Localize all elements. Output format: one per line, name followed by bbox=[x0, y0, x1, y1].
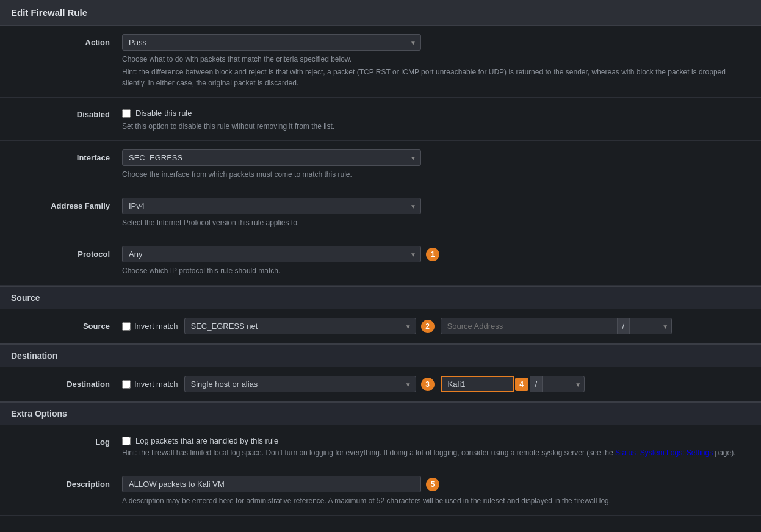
source-section-header: Source bbox=[0, 286, 761, 309]
disabled-help: Set this option to disable this rule wit… bbox=[122, 121, 749, 132]
protocol-row: Protocol Any TCP UDP TCP/UDP ICMP 1 Cho bbox=[0, 237, 761, 286]
interface-label: Interface bbox=[0, 149, 122, 162]
extra-options-section-header: Extra Options bbox=[0, 401, 761, 425]
address-family-select-wrapper: IPv4 IPv6 IPv4+IPv6 bbox=[122, 198, 421, 214]
source-badge: 2 bbox=[421, 320, 435, 333]
protocol-control: Any TCP UDP TCP/UDP ICMP 1 Choose which … bbox=[122, 246, 761, 276]
source-label: Source bbox=[0, 318, 122, 331]
address-family-label: Address Family bbox=[0, 198, 122, 210]
protocol-select[interactable]: Any TCP UDP TCP/UDP ICMP bbox=[122, 246, 421, 262]
destination-address-group: 4 / 8 16 24 32 bbox=[441, 376, 585, 392]
address-family-select[interactable]: IPv4 IPv6 IPv4+IPv6 bbox=[122, 198, 421, 214]
destination-slash: / bbox=[530, 376, 543, 392]
page-title: Edit Firewall Rule bbox=[0, 0, 761, 26]
source-control: Invert match SEC_EGRESS net any Single h… bbox=[122, 318, 761, 334]
address-family-row: Address Family IPv4 IPv6 IPv4+IPv6 Selec… bbox=[0, 189, 761, 237]
destination-input-row: Invert match Single host or alias any Ne… bbox=[122, 376, 749, 392]
description-badge: 5 bbox=[426, 478, 439, 491]
source-address-input[interactable] bbox=[441, 318, 618, 334]
protocol-select-wrapper: Any TCP UDP TCP/UDP ICMP bbox=[122, 246, 421, 262]
destination-invert-group: Invert match bbox=[122, 379, 178, 389]
log-control: Log packets that are handled by this rul… bbox=[122, 434, 761, 458]
destination-type-select-wrapper: Single host or alias any Network SEC_EGR… bbox=[184, 376, 416, 392]
source-input-row: Invert match SEC_EGRESS net any Single h… bbox=[122, 318, 749, 334]
description-input[interactable] bbox=[122, 476, 421, 492]
log-hint-text: Hint: the firewall has limited local log… bbox=[122, 448, 613, 457]
address-family-control: IPv4 IPv6 IPv4+IPv6 Select the Internet … bbox=[122, 198, 761, 228]
interface-control: SEC_EGRESS WAN LAN Choose the interface … bbox=[122, 149, 761, 180]
destination-control: Invert match Single host or alias any Ne… bbox=[122, 376, 761, 392]
destination-section-header: Destination bbox=[0, 343, 761, 367]
destination-type-select[interactable]: Single host or alias any Network SEC_EGR… bbox=[184, 376, 416, 392]
action-control: Pass Block Reject Choose what to do with… bbox=[122, 34, 761, 88]
destination-invert-checkbox[interactable] bbox=[122, 380, 131, 389]
source-address-group: / 8 16 24 32 bbox=[441, 318, 673, 334]
log-checkbox[interactable] bbox=[122, 437, 131, 445]
action-help2: Hint: the difference between block and r… bbox=[122, 66, 749, 88]
source-invert-group: Invert match bbox=[122, 322, 178, 331]
log-checkbox-label: Log packets that are handled by this rul… bbox=[135, 436, 278, 445]
destination-address-input[interactable] bbox=[441, 376, 514, 392]
address-family-help: Select the Internet Protocol version thi… bbox=[122, 217, 749, 228]
disabled-checkbox-label: Disable this rule bbox=[135, 109, 192, 118]
destination-badge: 3 bbox=[421, 378, 435, 391]
description-label: Description bbox=[0, 476, 122, 489]
source-invert-label: Invert match bbox=[134, 322, 178, 331]
action-select[interactable]: Pass Block Reject bbox=[122, 34, 421, 51]
source-cidr-wrapper: 8 16 24 32 bbox=[629, 318, 672, 334]
disabled-row: Disabled Disable this rule Set this opti… bbox=[0, 98, 761, 141]
interface-row: Interface SEC_EGRESS WAN LAN Choose the … bbox=[0, 141, 761, 189]
source-invert-checkbox[interactable] bbox=[122, 322, 131, 331]
disabled-checkbox-row: Disable this rule bbox=[122, 106, 749, 118]
destination-label: Destination bbox=[0, 376, 122, 389]
action-label: Action bbox=[0, 34, 122, 47]
log-row: Log Log packets that are handled by this… bbox=[0, 425, 761, 467]
disabled-control: Disable this rule Set this option to dis… bbox=[122, 106, 761, 132]
destination-row: Destination Invert match Single host or … bbox=[0, 367, 761, 401]
log-label: Log bbox=[0, 434, 122, 447]
protocol-label: Protocol bbox=[0, 246, 122, 259]
action-select-wrapper: Pass Block Reject bbox=[122, 34, 421, 51]
interface-select-wrapper: SEC_EGRESS WAN LAN bbox=[122, 149, 421, 166]
log-checkbox-row: Log packets that are handled by this rul… bbox=[122, 434, 749, 445]
description-control: 5 A description may be entered here for … bbox=[122, 476, 761, 506]
source-type-select[interactable]: SEC_EGRESS net any Single host or alias … bbox=[184, 318, 416, 334]
destination-cidr-select[interactable]: 8 16 24 32 bbox=[542, 376, 585, 392]
log-hint: Hint: the firewall has limited local log… bbox=[122, 447, 749, 458]
destination-cidr-wrapper: 8 16 24 32 bbox=[542, 376, 585, 392]
interface-help: Choose the interface from which packets … bbox=[122, 169, 749, 180]
log-hint2: page). bbox=[715, 448, 736, 457]
description-help: A description may be entered here for ad… bbox=[122, 495, 749, 506]
log-link[interactable]: Status: System Logs: Settings bbox=[615, 448, 713, 457]
source-type-select-wrapper: SEC_EGRESS net any Single host or alias … bbox=[184, 318, 416, 334]
protocol-help: Choose which IP protocol this rule shoul… bbox=[122, 265, 749, 276]
page-container: Edit Firewall Rule Action Pass Block Rej… bbox=[0, 0, 761, 532]
destination-invert-label: Invert match bbox=[134, 379, 178, 389]
source-cidr-select[interactable]: 8 16 24 32 bbox=[629, 318, 672, 334]
action-row: Action Pass Block Reject Choose what to … bbox=[0, 26, 761, 98]
disabled-checkbox[interactable] bbox=[122, 109, 131, 118]
destination-badge2: 4 bbox=[515, 378, 528, 391]
interface-select[interactable]: SEC_EGRESS WAN LAN bbox=[122, 149, 421, 166]
description-row: Description 5 A description may be enter… bbox=[0, 467, 761, 516]
form-body: Action Pass Block Reject Choose what to … bbox=[0, 26, 761, 516]
action-help1: Choose what to do with packets that matc… bbox=[122, 54, 749, 65]
source-row: Source Invert match SEC_EGRESS net any S… bbox=[0, 309, 761, 343]
protocol-badge: 1 bbox=[426, 248, 439, 261]
disabled-label: Disabled bbox=[0, 106, 122, 119]
source-slash: / bbox=[618, 318, 630, 334]
